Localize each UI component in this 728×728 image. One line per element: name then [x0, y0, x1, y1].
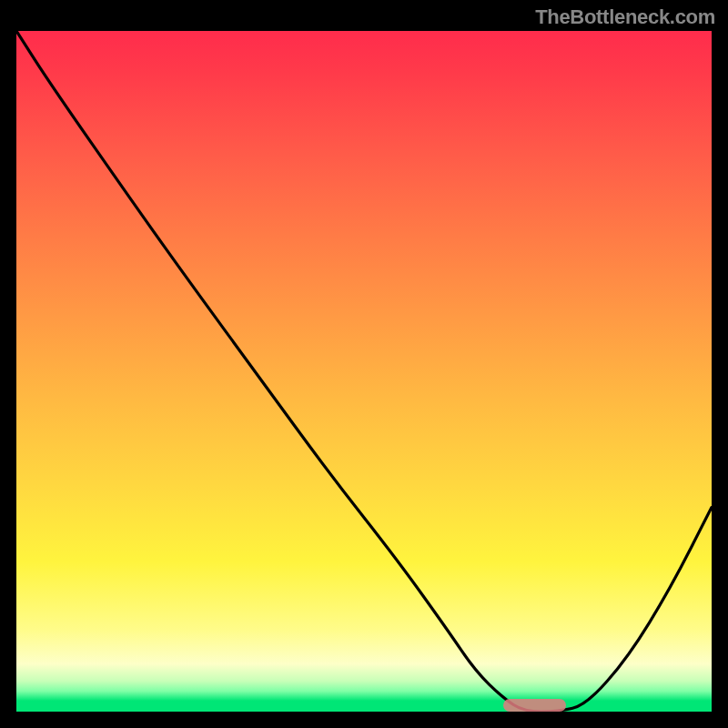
optimum-marker	[503, 699, 566, 712]
curve-svg	[16, 31, 712, 712]
bottleneck-curve	[16, 31, 712, 712]
chart-frame: TheBottleneck.com	[0, 0, 728, 728]
watermark-text: TheBottleneck.com	[535, 5, 715, 29]
plot-area	[16, 31, 712, 712]
